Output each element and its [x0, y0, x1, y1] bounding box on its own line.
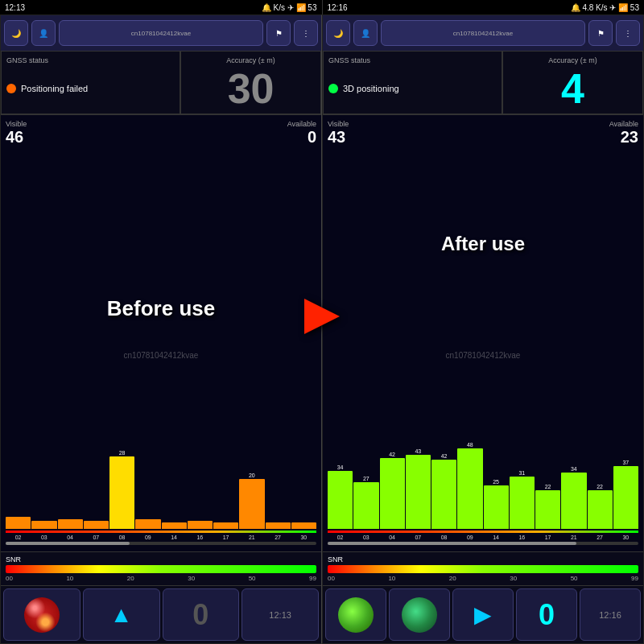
- right-nav-bar: 🌙 👤 cn10781042412kvae ⚑ ⋮: [323, 15, 643, 51]
- left-globe-icon: [24, 597, 60, 633]
- right-arrow-btn[interactable]: ▶: [452, 588, 514, 641]
- bar-08-left-num: 28: [119, 450, 126, 456]
- sat-label-27-left: 27: [266, 535, 291, 540]
- left-info-row: GNSS status Positioning failed Accuracy …: [1, 51, 321, 115]
- left-visible-value: 46: [6, 128, 27, 147]
- right-baseline: [328, 530, 638, 533]
- right-panel: 🌙 👤 cn10781042412kvae ⚑ ⋮ GNSS status 3D…: [322, 14, 644, 644]
- left-chart-header: Visible 46 Available 0: [6, 120, 316, 147]
- right-chart-area: Visible 43 Available 23 After use cn1078…: [323, 115, 643, 551]
- left-arrow-btn[interactable]: ▲: [83, 588, 160, 641]
- left-time: 12:13: [5, 3, 25, 12]
- left-nav-bar: 🌙 👤 cn10781042412kvae ⚑ ⋮: [1, 15, 321, 51]
- left-menu-btn[interactable]: ⋮: [294, 20, 318, 46]
- left-available-label: Available: [287, 120, 316, 128]
- bar-17-left: [213, 522, 238, 529]
- right-time-display: 12:16: [599, 610, 621, 620]
- right-available-value: 23: [609, 128, 638, 147]
- left-accuracy-label: Accuracy (± m): [226, 56, 275, 64]
- right-snr-section: SNR 00 10 20 30 50 99: [323, 551, 643, 585]
- left-sat-labels: 02 03 04 07 08 09 14 16 17 21 27 30: [6, 535, 316, 540]
- center-arrow: [304, 299, 340, 334]
- left-accuracy-value: 30: [228, 68, 275, 109]
- right-flag-btn[interactable]: ⚑: [588, 20, 613, 46]
- right-person-btn[interactable]: 👤: [353, 20, 378, 46]
- right-brand-label: cn10781042412kvae: [381, 20, 585, 46]
- bar-02-left-bar: [6, 517, 31, 529]
- right-menu-btn[interactable]: ⋮: [616, 20, 640, 46]
- bar-27-right: 22: [588, 484, 613, 529]
- bar-08-left-bar: [109, 456, 134, 529]
- left-panel: 🌙 👤 cn10781042412kvae ⚑ ⋮ GNSS status Po…: [0, 14, 322, 644]
- bar-07-left: [84, 520, 109, 529]
- bar-02-right: 34: [328, 464, 353, 529]
- bar-04-right: 42: [380, 452, 405, 529]
- sat-label-16-left: 16: [188, 535, 213, 540]
- right-gnss-status: 3D positioning: [328, 68, 497, 109]
- right-sat-labels: 02 03 04 07 08 09 14 16 17 21 27 30: [328, 535, 638, 540]
- bar-04-left-bar: [58, 519, 83, 529]
- left-snr-label: SNR: [6, 555, 316, 564]
- left-snr-scale: 00 10 20 30 50 99: [6, 575, 316, 582]
- bar-07-left-bar: [84, 521, 109, 529]
- bar-09-right: 48: [457, 442, 482, 529]
- bar-21-left-num: 20: [249, 473, 255, 478]
- sat-label-17-left: 17: [213, 535, 238, 540]
- right-snr-scale: 00 10 20 30 50 99: [328, 575, 638, 582]
- left-time-btn[interactable]: 12:13: [242, 588, 319, 641]
- bar-30-right: 37: [613, 460, 638, 529]
- right-status-icons: 🔔 4.8 K/s ✈ 📶 53: [571, 3, 639, 12]
- right-bottom-row: ▶ 0 12:16: [323, 585, 643, 643]
- bar-14-left-bar: [162, 522, 187, 529]
- left-flag-btn[interactable]: ⚑: [266, 20, 291, 46]
- bar-03-left-bar: [31, 521, 56, 529]
- right-gnss-label: GNSS status: [328, 56, 497, 64]
- bar-21-right: 34: [561, 466, 586, 529]
- right-world-btn[interactable]: [389, 588, 450, 641]
- bar-17-left-bar: [213, 522, 238, 529]
- right-visible-value: 43: [328, 128, 349, 147]
- left-time-display: 12:13: [269, 610, 291, 620]
- left-snr-section: SNR 00 10 20 30 50 99: [1, 551, 321, 585]
- right-chart-header: Visible 43 Available 23: [328, 120, 638, 147]
- right-accuracy-value: 4: [561, 68, 584, 109]
- left-status-icons: 🔔 K/s ✈ 📶 53: [262, 3, 317, 12]
- left-bottom-row: ▲ 0 12:13: [1, 585, 321, 643]
- left-status-dot: [6, 84, 16, 93]
- left-status-text: Positioning failed: [21, 84, 88, 93]
- left-accuracy-box: Accuracy (± m) 30: [180, 51, 321, 114]
- left-snr-bar: [6, 565, 316, 573]
- left-moon-btn[interactable]: 🌙: [4, 20, 28, 46]
- bar-07-right: 43: [406, 448, 431, 529]
- right-globe-btn[interactable]: [325, 588, 386, 641]
- right-snr-bar: [328, 565, 638, 573]
- sat-label-08-left: 08: [109, 535, 134, 540]
- right-time-btn[interactable]: 12:16: [580, 588, 641, 641]
- bar-17-right: 22: [535, 484, 560, 529]
- bar-03-right: 27: [353, 476, 378, 529]
- right-zero-btn[interactable]: 0: [516, 588, 577, 641]
- bar-04-left: [58, 518, 83, 529]
- sat-label-30-left: 30: [291, 535, 316, 540]
- bar-30-left: [291, 522, 316, 529]
- right-status-text: 3D positioning: [343, 84, 399, 93]
- left-scroll-bar[interactable]: [6, 542, 316, 545]
- right-scroll-bar[interactable]: [328, 542, 638, 545]
- left-globe-btn[interactable]: [3, 588, 80, 641]
- left-gnss-label: GNSS status: [6, 56, 175, 64]
- left-zero-btn[interactable]: 0: [163, 588, 240, 641]
- bar-09-left: [135, 518, 160, 529]
- bar-27-left-bar: [266, 522, 291, 529]
- right-moon-btn[interactable]: 🌙: [326, 20, 350, 46]
- bar-14-right: 25: [484, 479, 509, 529]
- bar-02-left: [6, 516, 31, 529]
- left-person-btn[interactable]: 👤: [31, 20, 56, 46]
- right-scroll-thumb: [328, 542, 576, 545]
- bar-16-right: 31: [510, 470, 535, 529]
- left-brand-label: cn10781042412kvae: [59, 20, 263, 46]
- right-status-bar: 12:16 🔔 4.8 K/s ✈ 📶 53: [322, 0, 645, 14]
- bar-16-left-bar: [188, 521, 213, 529]
- center-arrow-container: [304, 299, 340, 334]
- left-scroll-thumb: [6, 542, 130, 545]
- bar-30-left-bar: [291, 522, 316, 529]
